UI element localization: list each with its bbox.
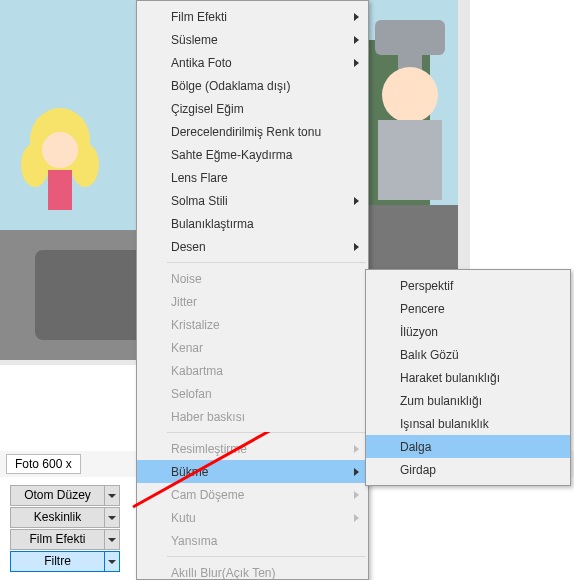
menu-item-label: Haber baskısı	[171, 410, 245, 424]
menu-item-label: Kenar	[171, 341, 203, 355]
menu-item-label: Kabartma	[171, 364, 223, 378]
submenu-arrow-icon	[354, 240, 360, 254]
submenu-item[interactable]: İlüzyon	[366, 320, 570, 343]
submenu-item-label: Pencere	[400, 302, 445, 316]
submenu-arrow-icon	[354, 442, 360, 456]
submenu-item-label: Balık Gözü	[400, 348, 459, 362]
submenu-arrow-icon	[354, 10, 360, 24]
menu-item-label: Antika Foto	[171, 56, 232, 70]
submenu-item[interactable]: Pencere	[366, 297, 570, 320]
menu-item[interactable]: Bulanıklaştırma	[137, 212, 368, 235]
menu-item-label: Yansıma	[171, 534, 217, 548]
submenu-item-label: Perspektif	[400, 279, 453, 293]
submenu-arrow-icon	[354, 488, 360, 502]
dropdown-icon[interactable]	[105, 551, 120, 572]
menu-item[interactable]: Bölge (Odaklama dışı)	[137, 74, 368, 97]
menu-item[interactable]: Film Efekti	[137, 5, 368, 28]
menu-item-label: Derecelendirilmiş Renk tonu	[171, 125, 321, 139]
tool-button-0[interactable]: Otom Düzey	[10, 485, 120, 506]
tool-button-3[interactable]: Filtre	[10, 551, 120, 572]
menu-item[interactable]: Antika Foto	[137, 51, 368, 74]
menu-item-label: Akıllı Blur(Açık Ten)	[171, 566, 275, 580]
tool-button-label[interactable]: Otom Düzey	[10, 485, 105, 506]
svg-point-11	[382, 67, 438, 123]
menu-item: Resimleştirme	[137, 437, 368, 460]
menu-item: Cam Döşeme	[137, 483, 368, 506]
tool-button-1[interactable]: Keskinlik	[10, 507, 120, 528]
menu-separator	[167, 262, 366, 263]
menu-item-label: Lens Flare	[171, 171, 228, 185]
submenu-item[interactable]: Balık Gözü	[366, 343, 570, 366]
menu-item-label: Selofan	[171, 387, 212, 401]
menu-item: Kutu	[137, 506, 368, 529]
menu-item[interactable]: Sahte Eğme-Kaydırma	[137, 143, 368, 166]
menu-item: Haber baskısı	[137, 405, 368, 428]
menu-item: Kenar	[137, 336, 368, 359]
submenu-arrow-icon	[354, 33, 360, 47]
menu-item-label: Noise	[171, 272, 202, 286]
menu-item-label: Film Efekti	[171, 10, 227, 24]
svg-rect-8	[35, 250, 145, 340]
menu-item: Selofan	[137, 382, 368, 405]
submenu-arrow-icon	[354, 56, 360, 70]
menu-item[interactable]: Bükme	[137, 460, 368, 483]
menu-item-label: Çizgisel Eğim	[171, 102, 244, 116]
menu-item-label: Desen	[171, 240, 206, 254]
submenu-item[interactable]: Haraket bulanıklığı	[366, 366, 570, 389]
menu-item-label: Resimleştirme	[171, 442, 247, 456]
submenu-arrow-icon	[354, 465, 360, 479]
menu-item[interactable]: Desen	[137, 235, 368, 258]
menu-item-label: Bölge (Odaklama dışı)	[171, 79, 290, 93]
submenu-item-label: İlüzyon	[400, 325, 438, 339]
menu-item-label: Bükme	[171, 465, 208, 479]
tool-button-label[interactable]: Film Efekti	[10, 529, 105, 550]
menu-item-label: Jitter	[171, 295, 197, 309]
submenu-item[interactable]: Zum bulanıklığı	[366, 389, 570, 412]
tool-button-label[interactable]: Keskinlik	[10, 507, 105, 528]
submenu-item-label: Haraket bulanıklığı	[400, 371, 500, 385]
submenu-item[interactable]: Perspektif	[366, 274, 570, 297]
bukme-submenu[interactable]: PerspektifPencereİlüzyonBalık GözüHarake…	[365, 269, 571, 486]
menu-item: Jitter	[137, 290, 368, 313]
menu-item-label: Solma Stili	[171, 194, 228, 208]
menu-separator	[167, 556, 366, 557]
submenu-item[interactable]: Dalga	[366, 435, 570, 458]
menu-item: Noise	[137, 267, 368, 290]
submenu-arrow-icon	[354, 511, 360, 525]
menu-item-label: Süsleme	[171, 33, 218, 47]
dropdown-icon[interactable]	[105, 507, 120, 528]
submenu-item-label: Zum bulanıklığı	[400, 394, 482, 408]
tool-button-label[interactable]: Filtre	[10, 551, 105, 572]
menu-item-label: Bulanıklaştırma	[171, 217, 254, 231]
image-size-label: Foto 600 x	[6, 454, 81, 474]
menu-item-label: Kutu	[171, 511, 196, 525]
submenu-item[interactable]: Girdap	[366, 458, 570, 481]
menu-item[interactable]: Solma Stili	[137, 189, 368, 212]
menu-item-label: Cam Döşeme	[171, 488, 244, 502]
svg-point-6	[42, 132, 78, 168]
menu-item: Kabartma	[137, 359, 368, 382]
submenu-item-label: Girdap	[400, 463, 436, 477]
menu-item-label: Kristalize	[171, 318, 220, 332]
menu-item: Yansıma	[137, 529, 368, 552]
menu-item[interactable]: Süsleme	[137, 28, 368, 51]
svg-rect-7	[48, 170, 72, 210]
submenu-item[interactable]: Işınsal bulanıklık	[366, 412, 570, 435]
svg-rect-12	[378, 120, 442, 200]
dropdown-icon[interactable]	[105, 529, 120, 550]
menu-item-label: Sahte Eğme-Kaydırma	[171, 148, 292, 162]
submenu-item-label: Işınsal bulanıklık	[400, 417, 489, 431]
menu-item[interactable]: Derecelendirilmiş Renk tonu	[137, 120, 368, 143]
dropdown-icon[interactable]	[105, 485, 120, 506]
submenu-item-label: Dalga	[400, 440, 431, 454]
filter-menu[interactable]: Film EfektiSüslemeAntika FotoBölge (Odak…	[136, 0, 369, 580]
menu-item[interactable]: Lens Flare	[137, 166, 368, 189]
menu-item[interactable]: Çizgisel Eğim	[137, 97, 368, 120]
menu-item: Kristalize	[137, 313, 368, 336]
tool-button-2[interactable]: Film Efekti	[10, 529, 120, 550]
submenu-arrow-icon	[354, 194, 360, 208]
svg-rect-9	[375, 20, 445, 55]
menu-separator	[167, 432, 366, 433]
menu-item: Akıllı Blur(Açık Ten)	[137, 561, 368, 580]
